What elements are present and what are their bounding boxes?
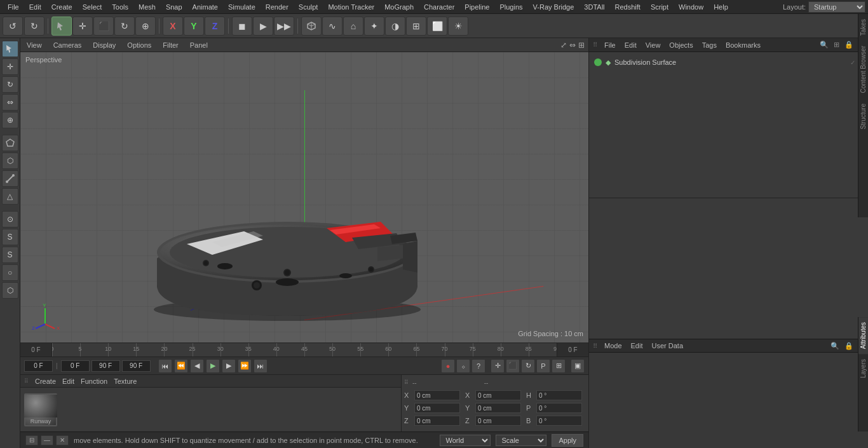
transform-tool-button[interactable]: ⊕ [135,17,156,36]
tool-paint[interactable]: ⬡ [2,282,18,299]
viewport-menu-cameras[interactable]: Cameras [51,41,85,49]
menu-animate[interactable]: Animate [187,2,223,12]
spline-tool-button[interactable]: ∿ [322,17,342,36]
render-button[interactable]: ▶ [253,17,273,36]
menu-tools[interactable]: Tools [107,2,133,12]
menu-create[interactable]: Create [46,2,78,12]
mat-menu-function[interactable]: Function [81,377,107,385]
camera-button[interactable]: ◑ [385,17,405,36]
viewport-grid-icon[interactable]: ⊞ [578,41,585,50]
subdivision-surface-item[interactable]: ◆ Subdivision Surface ✓ ✓ [592,55,865,70]
scale-tool-button[interactable]: ⬛ [93,17,114,36]
light2-button[interactable]: ☀ [448,17,468,36]
move-tool-button[interactable]: ✛ [72,17,93,36]
b-input[interactable] [536,416,582,426]
tool-triangles[interactable]: △ [2,188,18,205]
tool-scale[interactable]: ⇔ [2,94,18,111]
mat-menu-texture[interactable]: Texture [114,377,137,385]
attr-search-icon[interactable]: 🔍 [831,342,839,350]
x-pos-input[interactable] [414,390,460,400]
tool-edges[interactable] [2,170,18,187]
key-button[interactable]: ⬦ [456,359,470,373]
z-pos-input[interactable] [414,416,460,426]
end-frame-input[interactable] [92,360,120,372]
tool-loop[interactable]: ○ [2,264,18,281]
tab-structure[interactable]: Structure [858,98,868,135]
viewport-arrows-icon[interactable]: ⇔ [569,41,576,50]
object-mode-button[interactable]: ◼ [232,17,252,36]
menu-script[interactable]: Script [646,2,674,12]
render2-button[interactable]: ▶▶ [274,17,294,36]
obj-menu-objects[interactable]: Objects [667,41,695,49]
menu-pipeline[interactable]: Pipeline [459,2,494,12]
tool-select[interactable] [2,41,18,57]
view-anim-button[interactable]: ▣ [571,359,585,373]
deform-button[interactable]: ⌂ [343,17,363,36]
tab-attributes[interactable]: Attributes [858,317,868,354]
menu-edit[interactable]: Edit [24,2,46,12]
win-icon-btn[interactable]: ⊟ [25,435,38,445]
menu-motion-tracker[interactable]: Motion Tracker [323,2,379,12]
tool-transform[interactable]: ⊕ [2,112,18,128]
y-rot-input[interactable] [475,403,521,413]
attr-menu-edit[interactable]: Edit [629,342,645,350]
world-dropdown[interactable]: World Object [440,435,491,446]
rotate-tool-button[interactable]: ↻ [114,17,135,36]
scale-dropdown[interactable]: Scale [496,435,546,446]
menu-window[interactable]: Window [674,2,709,12]
axis-z-button[interactable]: Z [205,17,225,36]
start-frame-input[interactable] [61,360,90,372]
select-tool-button[interactable] [51,17,72,36]
rotate-anim-button[interactable]: ↻ [521,359,535,373]
y-pos-input[interactable] [414,403,460,413]
timeline-ruler[interactable]: 051015202530354045505560657075808590 [52,343,557,357]
scale-anim-button[interactable]: ⬛ [506,359,520,373]
tool-rotate[interactable]: ↻ [2,76,18,93]
x-rot-input[interactable] [475,390,521,400]
motion-button[interactable]: ? [471,359,485,373]
axis-x-button[interactable]: X [163,17,183,36]
viewport-menu-display[interactable]: Display [90,41,118,49]
menu-character[interactable]: Character [419,2,459,12]
attr-menu-userdata[interactable]: User Data [650,342,686,350]
filter-icon[interactable]: ⊞ [834,41,839,49]
next-key-button[interactable]: ⏩ [238,359,252,373]
obj-check-icon[interactable]: ✓ [850,59,855,66]
menu-redshift[interactable]: Redshift [610,2,646,12]
mat-menu-create[interactable]: Create [35,377,56,385]
obj-menu-view[interactable]: View [644,41,663,49]
cube-tool-button[interactable] [301,17,322,36]
minimize-button[interactable]: — [41,435,53,445]
menu-snap[interactable]: Snap [161,2,187,12]
obj-menu-tags[interactable]: Tags [700,41,719,49]
menu-simulate[interactable]: Simulate [223,2,261,12]
goto-start-button[interactable]: ⏮ [158,359,172,373]
tab-content-browser[interactable]: Content Browser [858,41,868,98]
current-frame-input[interactable] [24,360,53,372]
tool-brush[interactable]: ⊙ [2,211,18,227]
lock-icon[interactable]: 🔒 [844,41,853,49]
tool-polygon[interactable] [2,135,18,151]
record-button[interactable]: ● [441,359,455,373]
tab-takes[interactable]: Takes [858,14,868,41]
tool-points[interactable]: ⬡ [2,153,18,169]
attr-lock-icon[interactable]: 🔒 [844,342,853,350]
menu-sculpt[interactable]: Sculpt [294,2,323,12]
play-button[interactable]: ▶ [206,359,220,373]
viewport-menu-view[interactable]: View [24,41,44,49]
mat-menu-edit[interactable]: Edit [62,377,74,385]
menu-select[interactable]: Select [78,2,107,12]
camera2-button[interactable]: ⬜ [427,17,447,36]
move-anim-button[interactable]: ✛ [491,359,505,373]
p-input[interactable] [536,403,582,413]
tool-move[interactable]: ✛ [2,58,18,75]
close-button[interactable]: ✕ [56,435,69,445]
grid-anim-button[interactable]: ⊞ [552,359,566,373]
obj-menu-edit[interactable]: Edit [623,41,639,49]
param-button[interactable]: P [536,359,550,373]
menu-vray[interactable]: V-Ray Bridge [528,2,580,12]
search-icon-right[interactable]: 🔍 [820,41,829,49]
menu-file[interactable]: File [3,2,24,12]
menu-mesh[interactable]: Mesh [133,2,161,12]
material-swatch[interactable]: Runway [24,393,57,426]
